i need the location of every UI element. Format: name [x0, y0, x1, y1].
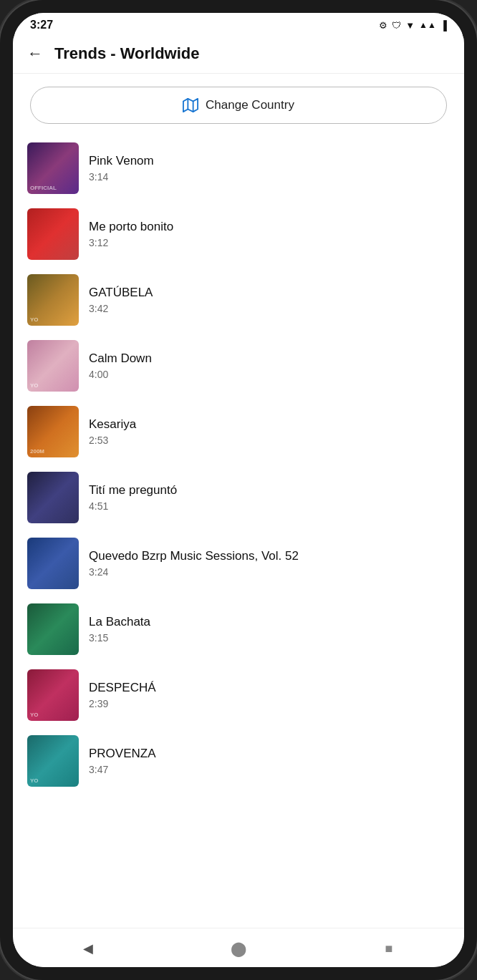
- shield-icon: 🛡: [392, 20, 401, 31]
- track-title: Kesariya: [89, 417, 136, 432]
- track-thumbnail: [27, 538, 79, 589]
- track-title: Tití me preguntó: [89, 483, 177, 498]
- track-title: Calm Down: [89, 351, 152, 366]
- track-item[interactable]: Me porto bonito 3:12: [13, 201, 464, 267]
- app-header: ← Trends - Worldwide: [13, 34, 464, 74]
- track-thumbnail: YO: [27, 735, 79, 787]
- track-thumbnail: [27, 472, 79, 523]
- track-duration: 3:42: [89, 303, 153, 314]
- track-thumbnail: 200M: [27, 406, 79, 457]
- wifi-icon: ▼: [405, 20, 415, 31]
- status-time: 3:27: [30, 19, 53, 31]
- track-duration: 3:14: [89, 171, 154, 183]
- home-nav-icon: ⬤: [231, 940, 246, 957]
- settings-icon: ⚙: [379, 20, 387, 31]
- track-thumbnail: YO: [27, 274, 79, 326]
- track-duration: 4:51: [89, 500, 177, 512]
- change-country-button[interactable]: Change Country: [30, 87, 447, 124]
- track-item[interactable]: YO PROVENZA 3:47: [13, 728, 464, 794]
- track-item[interactable]: La Bachata 3:15: [13, 596, 464, 662]
- phone-screen: 3:27 ⚙ 🛡 ▼ ▲▲ ▐ ← Trends - Worldwide: [13, 13, 464, 967]
- track-info: Kesariya 2:53: [89, 417, 136, 446]
- track-info: Quevedo Bzrp Music Sessions, Vol. 52 3:2…: [89, 549, 299, 578]
- track-info: Calm Down 4:00: [89, 351, 152, 380]
- svg-marker-0: [183, 99, 198, 112]
- bottom-nav-bar: ◀ ⬤ ■: [13, 928, 464, 967]
- nav-recents-button[interactable]: ■: [376, 936, 402, 961]
- track-duration: 4:00: [89, 369, 152, 380]
- track-thumbnail: [27, 208, 79, 260]
- track-duration: 3:24: [89, 566, 299, 578]
- back-button[interactable]: ←: [27, 46, 43, 62]
- signal-icon: ▲▲: [419, 20, 436, 30]
- track-info: PROVENZA 3:47: [89, 747, 156, 775]
- track-duration: 2:53: [89, 435, 136, 446]
- track-title: Pink Venom: [89, 154, 154, 168]
- back-nav-icon: ◀: [83, 941, 93, 956]
- track-duration: 3:12: [89, 237, 173, 248]
- track-info: Tití me preguntó 4:51: [89, 483, 177, 512]
- track-item[interactable]: OFFICIAL Pink Venom 3:14: [13, 135, 464, 201]
- track-item[interactable]: Quevedo Bzrp Music Sessions, Vol. 52 3:2…: [13, 530, 464, 596]
- track-thumbnail: YO: [27, 340, 79, 392]
- track-thumbnail: OFFICIAL: [27, 142, 79, 194]
- change-country-label: Change Country: [206, 98, 294, 112]
- nav-home-button[interactable]: ⬤: [226, 936, 251, 961]
- track-item[interactable]: YO DESPECHÁ 2:39: [13, 662, 464, 728]
- nav-back-button[interactable]: ◀: [75, 936, 101, 961]
- map-icon: [183, 97, 198, 113]
- track-thumbnail: YO: [27, 669, 79, 721]
- track-item[interactable]: YO Calm Down 4:00: [13, 333, 464, 399]
- track-duration: 3:47: [89, 764, 156, 775]
- track-title: GATÚBELA: [89, 286, 153, 300]
- status-bar: 3:27 ⚙ 🛡 ▼ ▲▲ ▐: [13, 13, 464, 34]
- track-list: OFFICIAL Pink Venom 3:14 Me porto bonito…: [13, 131, 464, 798]
- track-title: PROVENZA: [89, 747, 156, 761]
- track-item[interactable]: 200M Kesariya 2:53: [13, 399, 464, 465]
- track-duration: 2:39: [89, 698, 156, 709]
- main-content: Change Country OFFICIAL Pink Venom 3:14: [13, 74, 464, 928]
- recents-nav-icon: ■: [385, 941, 393, 956]
- track-item[interactable]: YO GATÚBELA 3:42: [13, 267, 464, 333]
- track-info: DESPECHÁ 2:39: [89, 681, 156, 709]
- track-info: Pink Venom 3:14: [89, 154, 154, 183]
- page-title: Trends - Worldwide: [54, 44, 200, 63]
- track-thumbnail: [27, 603, 79, 655]
- battery-icon: ▐: [440, 20, 447, 31]
- track-info: Me porto bonito 3:12: [89, 220, 173, 248]
- track-title: DESPECHÁ: [89, 681, 156, 695]
- track-title: Quevedo Bzrp Music Sessions, Vol. 52: [89, 549, 299, 563]
- track-title: La Bachata: [89, 615, 150, 629]
- status-icons: ⚙ 🛡 ▼ ▲▲ ▐: [379, 20, 447, 31]
- track-info: GATÚBELA 3:42: [89, 286, 153, 314]
- track-item[interactable]: Tití me preguntó 4:51: [13, 465, 464, 530]
- change-country-container: Change Country: [13, 74, 464, 131]
- phone-frame: 3:27 ⚙ 🛡 ▼ ▲▲ ▐ ← Trends - Worldwide: [0, 0, 477, 980]
- track-info: La Bachata 3:15: [89, 615, 150, 644]
- track-title: Me porto bonito: [89, 220, 173, 234]
- track-duration: 3:15: [89, 632, 150, 644]
